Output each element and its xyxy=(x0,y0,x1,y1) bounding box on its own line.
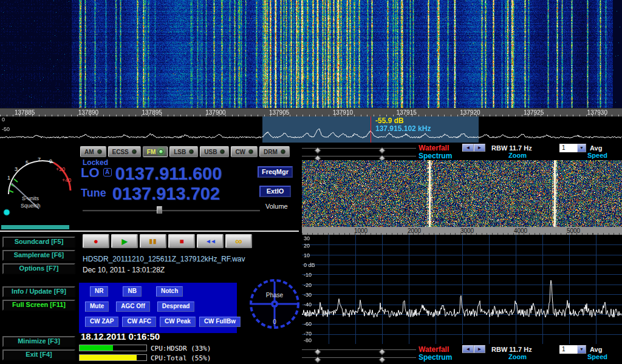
despread-button[interactable]: Despread xyxy=(157,302,195,312)
minimize-button[interactable]: Minimize [F3] xyxy=(2,336,75,347)
pause-button[interactable]: ▮▮ xyxy=(140,234,166,248)
info-update-button[interactable]: Info / Update [F9] xyxy=(2,286,75,297)
agc-off-button[interactable]: AGC Off xyxy=(116,302,149,312)
volume-slider-handle[interactable] xyxy=(157,206,162,214)
mode-led-icon xyxy=(281,149,285,154)
arrow-right-button[interactable]: ► xyxy=(474,345,485,353)
main-spectrum-display[interactable]: 0 -50 -55.9 dB 137.915.102 kHz xyxy=(0,116,622,143)
spectrum-label[interactable]: Spectrum xyxy=(419,353,452,362)
cpu-hdsdr-bar-fill xyxy=(80,345,113,351)
db-label: -40 xyxy=(304,302,312,308)
mode-label: AM xyxy=(84,149,94,155)
recorded-file-timestamp: Dec 10, 2011 - 13:01:28Z xyxy=(83,266,165,274)
rewind-button[interactable]: ◄◄ xyxy=(197,234,224,248)
mode-cw-button[interactable]: CW xyxy=(231,146,258,157)
mode-label: DRM xyxy=(264,149,278,155)
samplerate-button[interactable]: Samplerate [F6] xyxy=(2,250,75,261)
mode-fm-button[interactable]: FM xyxy=(143,146,168,157)
audio-frequency-ruler[interactable]: 1000 2000 3000 4000 5000 xyxy=(302,227,622,235)
play-icon: ▶ xyxy=(121,237,127,246)
divider-line xyxy=(0,231,299,232)
exit-button[interactable]: Exit [F4] xyxy=(2,349,75,360)
nr-button[interactable]: NR xyxy=(90,286,108,297)
smeter-units-label: S-units xyxy=(22,195,39,201)
spectrum-level-slider[interactable] xyxy=(302,357,416,358)
options-button[interactable]: Options [F7] xyxy=(2,263,75,274)
record-icon: ● xyxy=(94,237,98,246)
mode-am-button[interactable]: AM xyxy=(80,146,106,157)
dsp-panel: NR NB Notch Mute AGC Off Despread CW ZAP… xyxy=(79,283,237,333)
spectrum-level-slider[interactable] xyxy=(302,155,416,157)
db-label: 0 dB xyxy=(304,262,315,268)
mute-button[interactable]: Mute xyxy=(85,302,109,312)
mode-label: LSB xyxy=(174,149,186,155)
recorded-file-name: HDSDR_20111210_125611Z_137912kHz_RF.wav xyxy=(83,255,245,263)
notch-button[interactable]: Notch xyxy=(156,286,183,297)
dropdown-arrow-icon[interactable]: ▼ xyxy=(577,144,586,152)
db-label: -60 xyxy=(304,321,312,327)
freq-tick-label: 137925 xyxy=(524,109,544,117)
main-spectrum-canvas[interactable] xyxy=(0,116,622,143)
slider-thumb[interactable] xyxy=(314,356,321,363)
squelch-knob[interactable] xyxy=(4,209,10,215)
avg-value: 1 xyxy=(559,345,577,354)
mode-usb-button[interactable]: USB xyxy=(200,146,229,157)
cw-fullbw-button[interactable]: CW FullBw xyxy=(199,317,241,327)
zoom-label[interactable]: Zoom xyxy=(508,152,527,159)
mode-label: FM xyxy=(147,149,156,155)
audio-spectrum-display[interactable]: 30 20 10 0 dB -10 -20 -30 -40 -50 -60 -7… xyxy=(302,235,622,344)
slider-thumb[interactable] xyxy=(378,356,385,363)
lo-a-badge[interactable]: A xyxy=(103,168,112,177)
stop-button[interactable]: ■ xyxy=(168,234,195,248)
record-button[interactable]: ● xyxy=(83,234,109,248)
lo-frequency-value[interactable]: 0137.911.600 xyxy=(115,165,222,182)
db-label: -10 xyxy=(304,272,312,278)
soundcard-button[interactable]: Soundcard [F5] xyxy=(2,237,75,248)
loop-button[interactable]: ∞ xyxy=(225,234,252,248)
avg-dropdown[interactable]: 1 ▼ xyxy=(559,345,586,354)
waterfall-label[interactable]: Waterfall xyxy=(419,144,449,152)
waterfall-level-slider[interactable] xyxy=(302,349,416,350)
volume-label: Volume xyxy=(265,203,288,210)
waterfall-level-slider[interactable] xyxy=(302,147,416,149)
cw-afc-button[interactable]: CW AFC xyxy=(122,317,156,327)
smeter-tick: 9 xyxy=(49,158,52,164)
phase-label: Phase xyxy=(266,292,284,298)
audio-spectrum-canvas[interactable] xyxy=(302,235,622,344)
smeter-tick: +20 xyxy=(56,166,65,172)
waterfall-label[interactable]: Waterfall xyxy=(419,345,449,354)
db-label: 30 xyxy=(304,235,310,241)
play-button[interactable]: ▶ xyxy=(111,234,138,248)
squelch-level-bar[interactable] xyxy=(1,225,69,229)
rbw-readout: RBW 11.7 Hz xyxy=(491,346,532,353)
fullscreen-button[interactable]: Full Screen [F11] xyxy=(2,300,75,311)
cpu-hdsdr-text: CPU:HDSDR (33%) xyxy=(151,345,211,352)
smeter-tick: 5 xyxy=(26,160,29,166)
mode-ecss-button[interactable]: ECSS xyxy=(108,146,141,157)
audio-waterfall-display[interactable] xyxy=(302,160,622,227)
mode-label: ECSS xyxy=(112,149,129,155)
dropdown-arrow-icon[interactable]: ▼ xyxy=(577,345,586,354)
zoom-label[interactable]: Zoom xyxy=(508,353,527,360)
nb-button[interactable]: NB xyxy=(123,286,141,297)
phase-dial[interactable]: Phase 0 xyxy=(247,275,302,335)
audio-tick-label: 5000 xyxy=(560,227,587,235)
frequency-ruler[interactable]: 137885 137890 137895 137900 137905 13791… xyxy=(0,108,622,116)
extio-button[interactable]: ExtIO xyxy=(259,186,291,197)
cw-peak-button[interactable]: CW Peak xyxy=(160,317,196,327)
cw-zap-button[interactable]: CW ZAP xyxy=(85,317,118,327)
arrow-left-button[interactable]: ◄ xyxy=(462,144,474,152)
tune-frequency-value[interactable]: 0137.913.702 xyxy=(112,185,220,202)
mode-lsb-button[interactable]: LSB xyxy=(169,146,198,157)
spectrum-label[interactable]: Spectrum xyxy=(419,152,452,160)
arrow-right-button[interactable]: ► xyxy=(474,144,485,152)
main-waterfall-display[interactable] xyxy=(0,0,622,108)
avg-dropdown[interactable]: 1 ▼ xyxy=(559,144,586,152)
s-meter: 1 3 5 7 9 +20 +40 S-units Squelch xyxy=(1,144,75,222)
arrow-left-button[interactable]: ◄ xyxy=(462,345,474,353)
freqmgr-button[interactable]: FreqMgr xyxy=(258,166,293,178)
volume-slider[interactable] xyxy=(83,206,260,214)
freq-tick-label: 137910 xyxy=(333,109,353,117)
stop-icon: ■ xyxy=(179,237,183,246)
mode-drm-button[interactable]: DRM xyxy=(259,146,290,157)
